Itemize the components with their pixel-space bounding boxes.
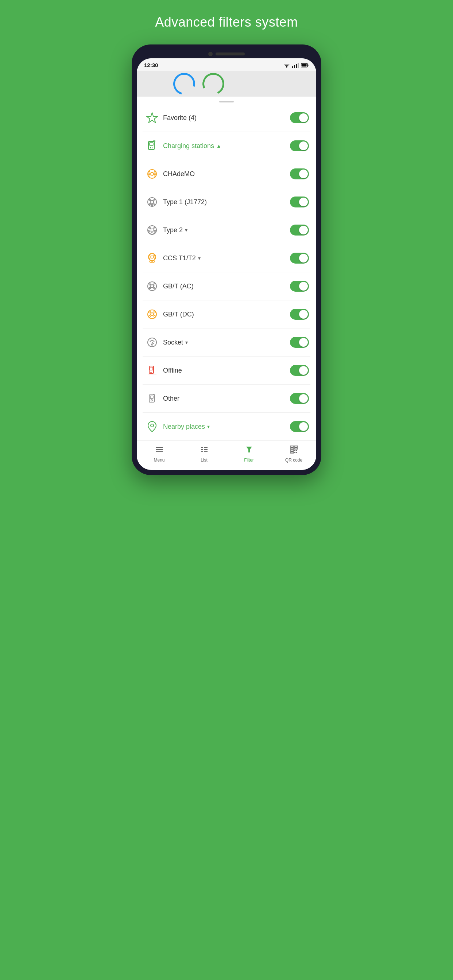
type2-toggle[interactable]	[290, 224, 309, 235]
svg-point-18	[148, 172, 150, 173]
svg-rect-4	[292, 66, 293, 68]
svg-point-32	[153, 228, 155, 229]
ccs-label: CCS T1/T2▾	[163, 255, 290, 262]
svg-point-28	[152, 204, 153, 205]
filter-nav-icon	[245, 445, 254, 456]
svg-point-41	[149, 257, 150, 258]
socket-icon	[144, 334, 160, 350]
svg-rect-61	[150, 367, 153, 370]
socket-toggle[interactable]	[290, 337, 309, 348]
charging_stations-toggle[interactable]	[290, 140, 309, 151]
ccs-icon	[144, 250, 160, 266]
charging_stations-icon	[144, 138, 160, 154]
phone-frame: 12:30	[132, 45, 321, 475]
svg-point-27	[153, 203, 155, 205]
camera-dot	[208, 52, 213, 56]
type1-toggle[interactable]	[290, 197, 309, 207]
svg-point-50	[153, 287, 155, 289]
svg-point-48	[153, 284, 155, 285]
type2-label: Type 2▾	[163, 226, 290, 234]
drag-handle[interactable]	[137, 97, 316, 104]
filter-item-type1: Type 1 (J1772)	[143, 188, 310, 216]
socket-chevron: ▾	[185, 339, 188, 345]
charging_stations-label: Charging stations▲	[163, 142, 290, 150]
filter-item-favorite: Favorite (4)	[143, 104, 310, 132]
bottom-nav: MenuListFilter QR code	[137, 441, 316, 470]
time: 12:30	[144, 62, 158, 68]
svg-rect-84	[295, 447, 297, 449]
status-icons	[283, 63, 309, 68]
type2-icon	[144, 222, 160, 238]
chademo-label: CHAdeMO	[163, 170, 290, 178]
svg-point-52	[151, 313, 153, 316]
offline-label: Offline	[163, 367, 290, 374]
gbt_dc-toggle[interactable]	[290, 309, 309, 320]
svg-marker-80	[246, 447, 252, 452]
svg-point-54	[154, 311, 156, 313]
favorite-label: Favorite (4)	[163, 114, 290, 122]
svg-point-30	[151, 229, 153, 232]
type1-icon	[144, 194, 160, 210]
map-circle-2	[199, 71, 228, 97]
svg-point-55	[149, 316, 151, 318]
svg-point-34	[154, 230, 156, 232]
filter-item-nearby: Nearby places▾	[143, 413, 310, 441]
signal-icon	[292, 63, 299, 68]
nav-item-qr[interactable]: QR code	[281, 445, 307, 463]
type1-label: Type 1 (J1772)	[163, 198, 290, 206]
svg-point-49	[149, 287, 151, 289]
svg-rect-6	[296, 64, 297, 68]
other-toggle[interactable]	[290, 393, 309, 404]
svg-rect-88	[296, 450, 297, 451]
favorite-toggle[interactable]	[290, 112, 309, 123]
nearby-toggle[interactable]	[290, 421, 309, 432]
nav-item-menu[interactable]: Menu	[147, 445, 172, 463]
nav-item-list[interactable]: List	[191, 445, 217, 463]
ccs-toggle[interactable]	[290, 253, 309, 264]
svg-point-39	[150, 255, 151, 256]
gbt_ac-toggle[interactable]	[290, 281, 309, 292]
svg-point-26	[149, 203, 151, 205]
filter-list: Favorite (4) Charging stations▲ CHAdeMO …	[137, 104, 316, 441]
type2-chevron: ▾	[185, 227, 187, 233]
filter-item-charging_stations: Charging stations▲	[143, 132, 310, 160]
svg-point-31	[149, 228, 151, 229]
svg-point-21	[154, 175, 156, 177]
page-title: Advanced filters system	[155, 14, 298, 30]
svg-rect-90	[296, 452, 297, 453]
nav-item-filter[interactable]: Filter	[236, 445, 262, 463]
svg-point-24	[149, 199, 151, 201]
menu-nav-label: Menu	[153, 458, 164, 463]
svg-rect-7	[298, 63, 299, 68]
svg-point-70	[151, 424, 153, 427]
svg-rect-12	[150, 143, 153, 145]
svg-point-45	[148, 282, 156, 291]
svg-point-47	[149, 284, 151, 285]
map-circle-1	[169, 71, 199, 97]
svg-point-67	[151, 399, 152, 401]
offline-toggle[interactable]	[290, 365, 309, 376]
svg-point-53	[149, 311, 151, 313]
svg-point-23	[151, 200, 153, 204]
qr-nav-label: QR code	[285, 458, 302, 463]
svg-point-46	[151, 285, 153, 288]
gbt_dc-label: GB/T (DC)	[163, 310, 290, 318]
list-nav-label: List	[201, 458, 207, 463]
socket-label: Socket▾	[163, 339, 290, 346]
charging_stations-chevron: ▲	[216, 143, 222, 149]
svg-rect-89	[294, 452, 295, 453]
ccs-chevron: ▾	[198, 255, 201, 261]
favorite-icon	[144, 110, 160, 126]
offline-icon	[144, 363, 160, 379]
svg-point-35	[150, 232, 152, 233]
svg-point-22	[148, 197, 156, 206]
svg-rect-10	[301, 64, 307, 66]
menu-nav-icon	[155, 445, 164, 456]
nearby-chevron: ▾	[207, 424, 210, 430]
chademo-toggle[interactable]	[290, 169, 309, 180]
filter-item-ccs: CCS T1/T2▾	[143, 244, 310, 272]
filter-item-gbt_ac: GB/T (AC)	[143, 272, 310, 301]
status-bar: 12:30	[137, 58, 316, 71]
filter-item-gbt_dc: GB/T (DC)	[143, 301, 310, 328]
qr-nav-icon	[290, 445, 298, 456]
